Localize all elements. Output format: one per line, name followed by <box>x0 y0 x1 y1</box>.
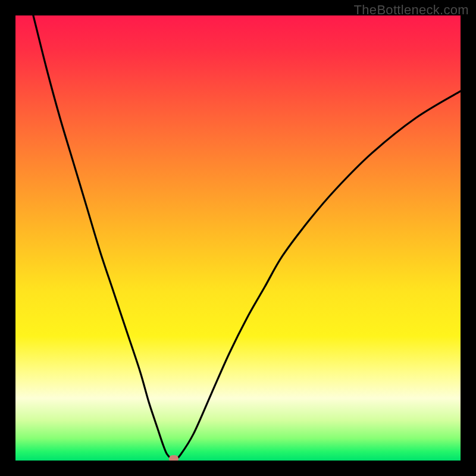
chart-frame: TheBottleneck.com <box>0 0 476 476</box>
watermark-text: TheBottleneck.com <box>354 2 469 18</box>
bottleneck-curve-path <box>33 15 461 459</box>
curve-svg <box>15 15 461 461</box>
plot-area <box>15 15 461 461</box>
optimal-marker <box>169 455 178 461</box>
